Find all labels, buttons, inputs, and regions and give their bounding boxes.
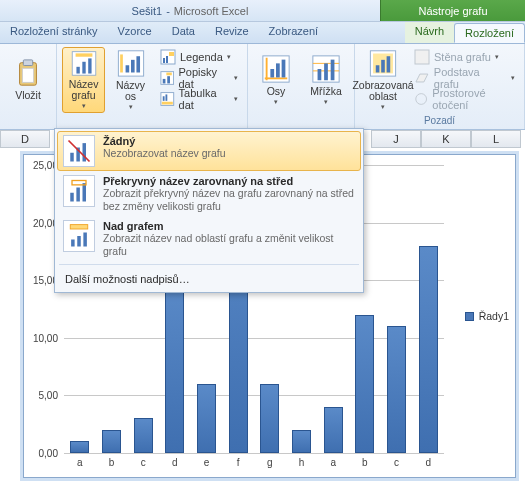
bar[interactable] (102, 430, 121, 453)
bar[interactable] (260, 384, 279, 453)
svg-rect-28 (270, 69, 274, 77)
svg-rect-58 (77, 236, 81, 247)
x-tick-label: a (330, 457, 336, 468)
menu-more-options[interactable]: Další možnosti nadpisů… (57, 268, 361, 290)
svg-marker-43 (416, 74, 428, 82)
svg-rect-51 (70, 193, 74, 202)
none-icon (63, 135, 95, 167)
dropdown-icon: ▾ (82, 102, 86, 110)
x-tick-label: f (237, 457, 240, 468)
menu-item-above[interactable]: Nad grafem Zobrazit název nad oblastí gr… (57, 216, 361, 261)
bar[interactable] (324, 407, 343, 453)
menu-item-overlay[interactable]: Překryvný název zarovnaný na střed Zobra… (57, 171, 361, 216)
tab-design[interactable]: Návrh (405, 22, 454, 43)
svg-rect-1 (23, 60, 32, 66)
svg-point-44 (416, 94, 427, 105)
bar[interactable] (419, 246, 438, 453)
bar[interactable] (355, 315, 374, 453)
svg-rect-53 (83, 183, 87, 201)
menu-item-none[interactable]: Žádný Nezobrazovat název grafu (57, 131, 361, 171)
svg-rect-24 (162, 102, 173, 105)
data-labels-button[interactable]: Popisky dat▾ (156, 68, 242, 88)
svg-rect-46 (70, 153, 74, 162)
tab-data[interactable]: Data (162, 22, 205, 43)
svg-rect-59 (83, 233, 87, 247)
svg-rect-2 (22, 69, 33, 83)
svg-rect-57 (71, 240, 75, 247)
paste-button[interactable]: Vložit (5, 47, 51, 113)
bar[interactable] (387, 326, 406, 453)
gridlines-button[interactable]: Mřížka▾ (303, 47, 349, 113)
chart-wall-button: Stěna grafu▾ (410, 47, 519, 67)
group-label-background: Pozadí (360, 115, 519, 127)
chart-title-icon (69, 50, 99, 77)
svg-rect-29 (276, 64, 280, 78)
svg-rect-4 (75, 53, 92, 56)
tab-formulas[interactable]: Vzorce (107, 22, 161, 43)
legend-button[interactable]: Legenda▾ (156, 47, 242, 67)
x-tick-label: g (267, 457, 273, 468)
ribbon: Vložit Název grafu ▾ Názvy os ▾ Legenda▾ (0, 44, 525, 130)
tab-view[interactable]: Zobrazení (259, 22, 329, 43)
svg-rect-19 (167, 76, 170, 83)
rotation-icon (414, 91, 428, 107)
above-icon (63, 220, 95, 252)
chart-legend[interactable]: Řady1 (465, 310, 509, 322)
data-table-button[interactable]: Tabulka dat▾ (156, 89, 242, 109)
col-header[interactable]: L (471, 130, 521, 148)
svg-rect-6 (82, 62, 85, 74)
rotation-3d-button: Prostorové otočení (410, 89, 519, 109)
bar[interactable] (134, 418, 153, 453)
bar[interactable] (197, 384, 216, 453)
chart-title-button[interactable]: Název grafu ▾ (62, 47, 105, 113)
svg-rect-35 (324, 64, 328, 81)
col-header[interactable]: D (0, 130, 50, 148)
data-labels-icon (160, 70, 175, 86)
svg-rect-22 (163, 96, 165, 101)
svg-rect-11 (131, 60, 135, 73)
app-title: Microsoft Excel (174, 5, 249, 17)
svg-rect-34 (318, 69, 322, 80)
svg-rect-23 (165, 94, 167, 100)
svg-rect-18 (163, 79, 166, 84)
y-tick-label: 0,00 (39, 448, 58, 459)
doc-title: Sešit1 (132, 5, 163, 17)
data-table-icon (160, 91, 175, 107)
context-title: Nástroje grafu (380, 0, 525, 21)
plot-area-button[interactable]: Zobrazovaná oblast▾ (360, 47, 406, 113)
x-tick-label: c (394, 457, 399, 468)
axis-titles-icon (116, 49, 146, 78)
col-header[interactable]: J (371, 130, 421, 148)
tab-page-layout[interactable]: Rozložení stránky (0, 22, 107, 43)
x-tick-label: h (299, 457, 305, 468)
svg-rect-48 (83, 143, 87, 161)
svg-rect-10 (125, 65, 129, 72)
tab-layout[interactable]: Rozložení (454, 23, 525, 43)
svg-rect-40 (381, 60, 385, 73)
axes-icon (261, 54, 291, 84)
clipboard-icon (13, 58, 43, 88)
svg-rect-30 (282, 60, 286, 78)
bar[interactable] (165, 280, 184, 453)
floor-icon (414, 70, 430, 86)
x-tick-label: b (362, 457, 368, 468)
axis-titles-button[interactable]: Názvy os ▾ (109, 47, 152, 113)
tab-review[interactable]: Revize (205, 22, 259, 43)
bar[interactable] (70, 441, 89, 453)
gridlines-icon (311, 54, 341, 84)
x-tick-label: b (109, 457, 115, 468)
svg-rect-20 (166, 73, 171, 76)
overlay-icon (63, 175, 95, 207)
x-tick-label: d (425, 457, 431, 468)
plot-area-icon (368, 49, 398, 78)
svg-rect-5 (76, 67, 79, 74)
col-header[interactable]: K (421, 130, 471, 148)
x-tick-label: c (141, 457, 146, 468)
y-tick-label: 10,00 (33, 332, 58, 343)
x-tick-label: d (172, 457, 178, 468)
ribbon-tabs: Rozložení stránky Vzorce Data Revize Zob… (0, 22, 525, 44)
svg-rect-15 (163, 58, 165, 63)
bar[interactable] (292, 430, 311, 453)
axes-button[interactable]: Osy▾ (253, 47, 299, 113)
chart-floor-button: Podstava grafu▾ (410, 68, 519, 88)
